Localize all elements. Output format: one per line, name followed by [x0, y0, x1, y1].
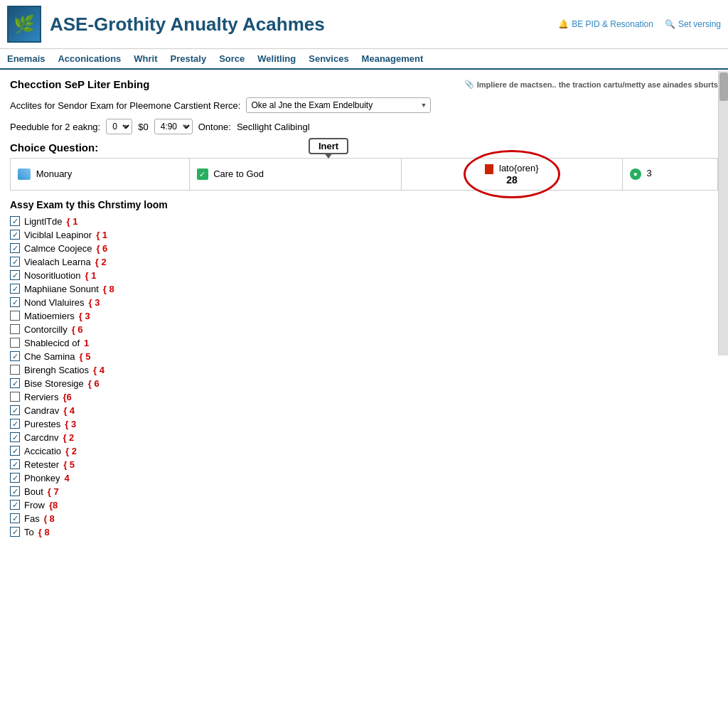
- item-count-18: { 5: [63, 459, 75, 470]
- item-label-8: Contorcilly: [24, 324, 68, 335]
- nav-bar: Enemais Acconications Whrit Prestaly Sor…: [0, 49, 728, 70]
- scrollbar[interactable]: [718, 71, 728, 355]
- item-count-1: { 1: [96, 230, 107, 240]
- list-item-14: Candrav { 4: [10, 405, 718, 416]
- checkbox-17[interactable]: [10, 446, 20, 456]
- item-count-8: { 6: [72, 324, 83, 335]
- checkbox-16[interactable]: [10, 432, 20, 442]
- checkbox-2[interactable]: [10, 243, 20, 253]
- item-count-15: { 3: [65, 419, 76, 429]
- item-count-4: { 1: [85, 270, 97, 281]
- checkbox-14[interactable]: [10, 405, 20, 415]
- list-item-16: Carcdnv { 2: [10, 432, 718, 443]
- checkbox-11[interactable]: [10, 365, 20, 375]
- nav-acconications[interactable]: Acconications: [58, 52, 121, 65]
- list-item-18: Retester { 5: [10, 459, 718, 470]
- search-label: Set versing: [678, 19, 721, 29]
- nav-senvices[interactable]: Senvices: [309, 52, 348, 65]
- checkbox-4[interactable]: [10, 270, 20, 280]
- choice-question-label: Choice Question:: [10, 141, 718, 154]
- item-label-9: Shablecicd of: [24, 338, 80, 348]
- nav-prestaly[interactable]: Prestaly: [171, 52, 207, 65]
- list-item-15: Purestes { 3: [10, 419, 718, 429]
- item-count-0: { 1: [66, 216, 77, 227]
- hint-text: Impliere de mactsen.. the traction cartu…: [477, 80, 718, 89]
- checkbox-12[interactable]: [10, 378, 20, 388]
- checkbox-10[interactable]: [10, 351, 20, 361]
- item-count-6: { 3: [89, 297, 100, 308]
- checkbox-3[interactable]: [10, 257, 20, 267]
- cell-text: lato{oren}: [499, 163, 539, 173]
- item-label-7: Matioemiers: [24, 311, 75, 321]
- peeduble-dropdown-wrap[interactable]: 0: [106, 119, 132, 134]
- logo: 🌿: [7, 6, 41, 43]
- col-inert-value: lato{oren} 28: [402, 159, 623, 191]
- section-title-row: Checction SeP Liter Enbing 📎 Impliere de…: [10, 78, 718, 90]
- list-item-20: Bout { 7: [10, 486, 718, 497]
- item-count-7: { 3: [79, 311, 90, 321]
- search-icon: 🔍: [665, 19, 675, 29]
- item-count-22: ( 8: [44, 513, 55, 524]
- checkbox-1[interactable]: [10, 230, 20, 240]
- peeduble-select[interactable]: 0: [106, 119, 132, 134]
- checklist: LigntlTde { 1 Viciblal Leapinor { 1 Calm…: [10, 216, 718, 537]
- checkbox-13[interactable]: [10, 392, 20, 402]
- item-label-10: Che Samina: [24, 351, 75, 362]
- list-item-0: LigntlTde { 1: [10, 216, 718, 227]
- list-item-3: Viealach Learna { 2: [10, 257, 718, 267]
- col4-label: 3: [646, 168, 651, 178]
- qty-select[interactable]: 4:90: [154, 119, 193, 134]
- checkbox-6[interactable]: [10, 297, 20, 307]
- checkbox-7[interactable]: [10, 311, 20, 321]
- checkbox-5[interactable]: [10, 284, 20, 294]
- exam-dropdown[interactable]: Oke al Jne the Exam Endelbuity: [246, 97, 431, 113]
- app-title: ASE-Grothity Anualty Acahmes: [50, 14, 550, 36]
- item-count-17: { 2: [65, 446, 77, 456]
- search-action[interactable]: 🔍 Set versing: [665, 19, 721, 29]
- list-item-8: Contorcilly { 6: [10, 324, 718, 335]
- item-label-3: Viealach Learna: [24, 257, 91, 267]
- choice-table: Monuary ✓ Care to God lato{oren} 28: [10, 158, 718, 191]
- item-count-10: { 5: [80, 351, 91, 362]
- list-item-10: Che Samina { 5: [10, 351, 718, 362]
- option-value: Secllight Calibingl: [237, 122, 310, 132]
- checkbox-0[interactable]: [10, 216, 20, 226]
- checkbox-21[interactable]: [10, 500, 20, 510]
- notification-action[interactable]: 🔔 BE PID & Resonation: [558, 19, 653, 29]
- checkbox-19[interactable]: [10, 473, 20, 483]
- nav-welitling[interactable]: Welitling: [257, 52, 296, 65]
- item-count-5: { 8: [103, 284, 114, 294]
- nav-sorce[interactable]: Sorce: [219, 52, 245, 65]
- exam-dropdown-wrap[interactable]: Oke al Jne the Exam Endelbuity: [246, 97, 431, 113]
- checkbox-15[interactable]: [10, 419, 20, 429]
- logo-icon: 🌿: [14, 14, 35, 34]
- list-item-7: Matioemiers { 3: [10, 311, 718, 321]
- list-item-2: Calmce Coojece { 6: [10, 243, 718, 254]
- checkbox-22[interactable]: [10, 513, 20, 523]
- checkbox-23[interactable]: [10, 527, 20, 537]
- header: 🌿 ASE-Grothity Anualty Acahmes 🔔 BE PID …: [0, 0, 728, 49]
- item-label-11: Birengh Scatios: [24, 365, 89, 375]
- item-count-20: { 7: [48, 486, 59, 497]
- form-label-1: Acclites for Sendor Exam for Pleemone Ca…: [10, 100, 240, 111]
- nav-whrit[interactable]: Whrit: [134, 52, 157, 65]
- col-count: ● 3: [622, 159, 717, 191]
- col2-label: Care to God: [213, 168, 264, 179]
- checkbox-18[interactable]: [10, 459, 20, 469]
- header-actions: 🔔 BE PID & Resonation 🔍 Set versing: [558, 19, 721, 29]
- list-item-17: Accicatio { 2: [10, 446, 718, 456]
- checkbox-9[interactable]: [10, 338, 20, 348]
- section-title: Checction SeP Liter Enbing: [10, 78, 149, 90]
- list-item-1: Viciblal Leapinor { 1: [10, 230, 718, 240]
- qty-dropdown-wrap[interactable]: 4:90: [154, 119, 193, 134]
- item-count-2: { 6: [96, 243, 107, 254]
- item-label-12: Bise Storesige: [24, 378, 84, 389]
- nav-meanagement[interactable]: Meanagement: [362, 52, 424, 65]
- nav-enemais[interactable]: Enemais: [7, 52, 45, 65]
- scrollbar-thumb[interactable]: [719, 73, 728, 101]
- list-item-22: Fas ( 8: [10, 513, 718, 524]
- item-count-23: { 8: [38, 527, 50, 537]
- checkbox-8[interactable]: [10, 324, 20, 334]
- checkbox-20[interactable]: [10, 486, 20, 496]
- price-label: $0: [138, 122, 148, 132]
